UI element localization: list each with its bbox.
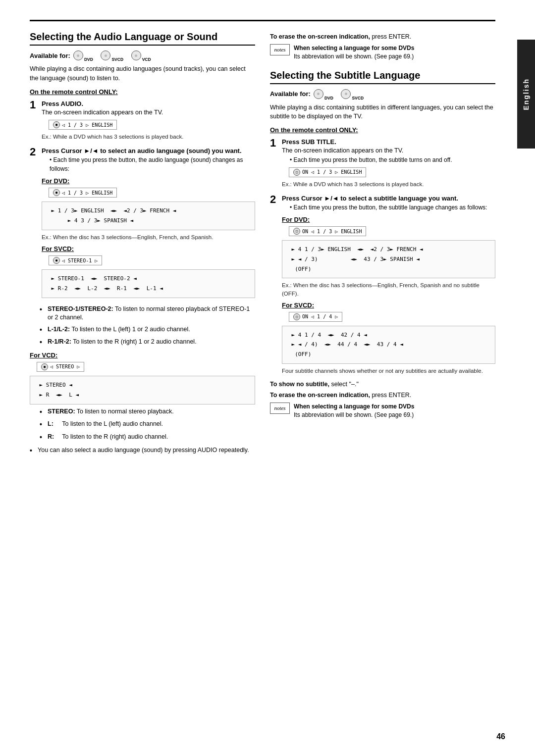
notes-icon-audio: notes <box>270 44 290 55</box>
step1-ex-subtitle: Ex.: While a DVD which has 3 selections … <box>282 180 495 188</box>
erase-note-subtitle: To erase the on-screen indication, press… <box>270 392 495 399</box>
step1-content-audio: Press AUDIO. The on-screen indication ap… <box>42 100 255 143</box>
side-tab-label: English <box>522 78 530 110</box>
vcd-bullet-3-text: To listen to the R (right) audio channel… <box>60 433 168 443</box>
notes-text-subtitle: Its abbreviation will be shown. (See pag… <box>294 411 414 419</box>
show-no-subtitle: To show no subtitle, select "–." <box>270 381 495 388</box>
for-dvd-osd-audio: ● ◁ 1 / 3 ▷ ENGLISH <box>49 187 255 199</box>
dvd-osd-top-text-subtitle: ON ◁ 1 / 3 ▷ ENGLISH <box>302 229 362 234</box>
step1-desc-audio: The on-screen indication appears on the … <box>42 108 255 117</box>
dvd-arrow-diagram-audio: ► 1 / 3► ENGLISH ◄► ◄2 / 3► FRENCH ◄ ► 4… <box>42 202 255 230</box>
section-title-subtitle: Selecting the Subtitle Language <box>270 70 495 84</box>
vcd-bullet-2-label: L: <box>48 420 57 430</box>
for-svcd-osd-subtitle: □ ON ◁ 1 / 4 ▷ <box>289 311 495 323</box>
svcd-arrow-row1-audio: ► STEREO-1 ◄► STEREO-2 ◄ <box>48 274 249 284</box>
stereo-bullet-1: • STEREO-1/STEREO-2: To listen to normal… <box>40 305 255 322</box>
vcd-bullet-1: • STEREO: To listen to normal stereo pla… <box>40 407 255 417</box>
stereo-bullet-1-text: STEREO-1/STEREO-2: To listen to normal s… <box>48 305 255 322</box>
notes-text-audio: Its abbreviation will be shown. (See pag… <box>294 52 414 61</box>
dvd-label: DVD <box>84 57 93 62</box>
show-no-subtitle-text: select "–." <box>331 381 358 388</box>
vcd-bullet-3: • R: To listen to the R (right) audio ch… <box>40 433 255 443</box>
vcd-arrow-diagram-audio: ► STEREO ◄ ► R ◄► L ◄ <box>30 376 255 404</box>
dvd-arrow-diagram-subtitle: ► 4 1 / 3► ENGLISH ◄► ◄2 / 3► FRENCH ◄ ►… <box>282 240 495 278</box>
svcd-arrow-diagram-audio: ► STEREO-1 ◄► STEREO-2 ◄ ► R-2 ◄► L-2 ◄►… <box>42 269 255 298</box>
step2-number-subtitle: 2 <box>270 194 279 205</box>
erase-text-subtitle: press ENTER. <box>372 392 411 399</box>
for-vcd-label-audio: For VCD: <box>30 352 255 359</box>
notes-content-audio: When selecting a language for some DVDs … <box>294 44 414 61</box>
step1-subtitle: 1 Press SUB TITLE. The on-screen indicat… <box>270 138 495 190</box>
svcd-disc-icon <box>101 50 110 60</box>
vcd-bullet-2: • L: To listen to the L (left) audio cha… <box>40 420 255 430</box>
vcd-osd-top-text-audio: ◁ STEREO ▷ <box>50 364 80 369</box>
step2-title-audio: Press Cursor ►/◄ to select an audio lang… <box>42 147 255 155</box>
dvd-osd-top-subtitle: □ ON ◁ 1 / 3 ▷ ENGLISH <box>289 226 366 236</box>
also-note-audio: • You can also select a audio language (… <box>30 446 255 456</box>
step2-bullet-subtitle: Each time you press the button, the subt… <box>282 203 495 212</box>
svcd-disc-icon-sub <box>341 89 351 99</box>
step1-title-audio: Press AUDIO. <box>42 100 255 108</box>
for-vcd-osd-audio: ● ◁ STEREO ▷ <box>37 361 255 373</box>
for-dvd-label-audio: For DVD: <box>42 177 255 185</box>
available-for-label-subtitle: Available for: <box>270 90 311 98</box>
step2-bullet-audio: Each time you press the button, the audi… <box>42 155 255 173</box>
step1-osd-text-subtitle: ON ◁ 1 / 3 ▷ ENGLISH <box>302 169 362 175</box>
erase-label-subtitle: To erase the on-screen indication, <box>270 392 370 399</box>
erase-text-audio: press ENTER. <box>372 33 411 40</box>
dvd-arrow-row2-subtitle: ► ◄ / 3) ◄► 43 / 3► SPANISH ◄ <box>288 254 489 264</box>
step1-osd-text-audio: ◁ 1 / 3 ▷ ENGLISH <box>62 122 112 128</box>
dvd-label-sub: DVD <box>324 96 333 101</box>
svcd-arrow-diagram-subtitle: ► 4 1 / 4 ◄► 42 / 4 ◄ ► ◄ / 4) ◄► 44 / 4… <box>282 326 495 364</box>
step2-content-subtitle: Press Cursor ►/◄ to select a subtitle la… <box>282 194 495 377</box>
stereo-bullets: • STEREO-1/STEREO-2: To listen to normal… <box>30 305 255 348</box>
for-svcd-label-audio: For SVCD: <box>42 245 255 252</box>
subtitle-intro: While playing a disc containing subtitle… <box>270 103 495 122</box>
osd-disc-subtitle: □ <box>293 169 300 176</box>
step2-title-subtitle: Press Cursor ►/◄ to select a subtitle la… <box>282 194 495 203</box>
notes-content-subtitle: When selecting a language for some DVDs … <box>294 403 414 419</box>
dvd-disc-icon-sub <box>314 89 323 99</box>
stereo-bullet-2: • L-1/L-2: To listen to the L (left) 1 o… <box>40 325 255 335</box>
dvd-arrow-row1-audio: ► 1 / 3► ENGLISH ◄► ◄2 / 3► FRENCH ◄ <box>48 206 249 216</box>
osd-disc-vcd-audio: ● <box>41 363 48 370</box>
vcd-disc-icon <box>131 50 141 60</box>
right-column: To erase the on-screen indication, press… <box>270 31 495 459</box>
svcd-arrow-row2-subtitle: ► ◄ / 4) ◄► 44 / 4 ◄► 43 / 4 ◄ <box>288 340 489 350</box>
left-column: Selecting the Audio Language or Sound Av… <box>30 31 255 459</box>
step2-audio: 2 Press Cursor ►/◄ to select an audio la… <box>30 147 255 301</box>
step1-osd-subtitle: □ ON ◁ 1 / 3 ▷ ENGLISH <box>289 166 495 178</box>
svcd-osd-top-text-subtitle: ON ◁ 1 / 4 ▷ <box>302 314 338 319</box>
dvd-disc-icon <box>73 50 83 60</box>
step1-audio: 1 Press AUDIO. The on-screen indication … <box>30 100 255 143</box>
remote-only-label-audio: On the remote control ONLY: <box>30 88 255 96</box>
svcd-label: SVCD <box>111 57 123 62</box>
step1-number-subtitle: 1 <box>270 138 279 149</box>
vcd-arrow-row2-audio: ► R ◄► L ◄ <box>36 390 249 400</box>
stereo-bullet-3: • R-1/R-2: To listen to the R (right) 1 … <box>40 338 255 348</box>
vcd-bullet-1-text: STEREO: To listen to normal stereo playb… <box>48 407 174 417</box>
svcd-arrow-row3-subtitle: (OFF) <box>288 350 489 359</box>
section-title-audio: Selecting the Audio Language or Sound <box>30 31 255 46</box>
osd-disc-dvd-subtitle: □ <box>293 228 300 235</box>
svcd-osd-top-text-audio: ◁ STEREO-1 ▷ <box>62 258 98 263</box>
stereo-bullet-3-text: R-1/R-2: To listen to the R (right) 1 or… <box>48 338 197 348</box>
available-for-subtitle: Available for: DVD SVCD <box>270 89 495 99</box>
osd-disc-svcd-audio: ● <box>53 257 60 264</box>
page-number: 46 <box>496 732 505 741</box>
osd-disc-svcd-subtitle: □ <box>293 313 300 320</box>
available-for-audio: Available for: DVD SVCD VCD <box>30 50 255 60</box>
audio-intro: While playing a disc containing audio la… <box>30 64 255 83</box>
notes-title-subtitle: When selecting a language for some DVDs <box>294 403 414 411</box>
step1-osd-box-subtitle: □ ON ◁ 1 / 3 ▷ ENGLISH <box>289 167 366 177</box>
dvd-arrow-row3-subtitle: (OFF) <box>288 264 489 274</box>
dvd-arrow-row2-audio: ► 4 3 / 3► SPANISH ◄ <box>48 216 249 226</box>
svcd-osd-top-audio: ● ◁ STEREO-1 ▷ <box>49 255 102 265</box>
dvd-osd-top-text-audio: ◁ 1 / 3 ▷ ENGLISH <box>62 190 112 196</box>
step1-title-subtitle: Press SUB TITLE. <box>282 138 495 147</box>
svcd-ex-subtitle: Four subtitle channels shows whether or … <box>282 367 495 375</box>
osd-disc-dvd-audio: ● <box>53 189 60 196</box>
notes-title-audio: When selecting a language for some DVDs <box>294 44 414 52</box>
vcd-bullets: • STEREO: To listen to normal stereo pla… <box>30 407 255 443</box>
svcd-arrow-row1-subtitle: ► 4 1 / 4 ◄► 42 / 4 ◄ <box>288 330 489 340</box>
